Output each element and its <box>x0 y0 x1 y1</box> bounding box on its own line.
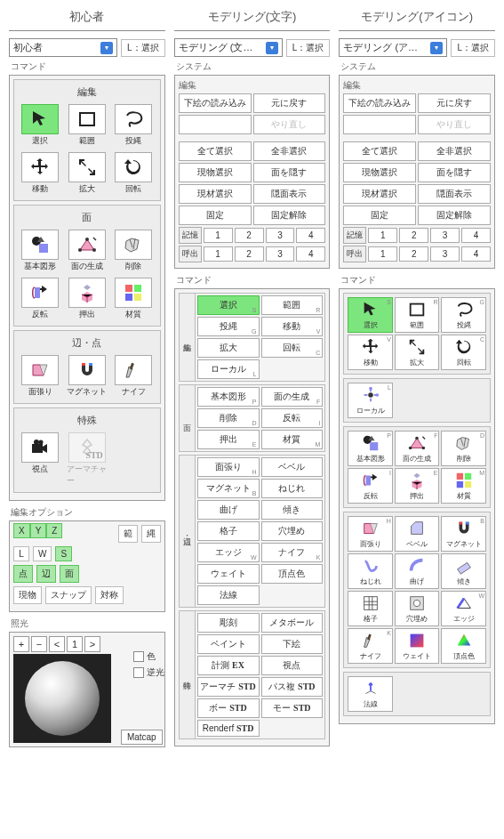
tool-material[interactable]: 材質 <box>111 276 156 322</box>
cmd-下絵[interactable]: 下絵 <box>261 634 324 654</box>
tool-primitive[interactable]: 基本図形 <box>18 228 63 274</box>
tool-scale[interactable]: 拡大 <box>395 335 440 370</box>
tool-stretch[interactable]: 面張りH <box>348 516 393 552</box>
show-hidden-button[interactable]: 隠面表示 <box>418 184 491 204</box>
tool-weight[interactable]: ウェイト <box>395 628 440 664</box>
tool-extrude[interactable]: 押出E <box>395 468 440 504</box>
tool-local[interactable]: ローカルL <box>348 383 393 418</box>
rope-chip[interactable]: 縄 <box>141 525 161 543</box>
unfix-button[interactable]: 固定解除 <box>253 206 326 225</box>
tool-fill[interactable]: 穴埋め <box>395 591 440 626</box>
cmd-ローカル[interactable]: ローカルL <box>197 359 260 379</box>
show-hidden-button[interactable]: 隠面表示 <box>253 184 326 204</box>
select-visible-button[interactable]: 現物選択 <box>179 163 252 182</box>
cmd-ペイント[interactable]: ペイント <box>197 634 260 654</box>
tool-bend[interactable]: 曲げ <box>395 553 440 589</box>
tool-knife[interactable]: ナイフ <box>111 353 156 399</box>
tool-move[interactable]: 移動V <box>348 335 393 370</box>
tool-lattice[interactable]: 格子 <box>348 591 393 626</box>
slot-1[interactable]: 1 <box>368 246 397 262</box>
tool-vcolor[interactable]: 頂点色 <box>441 628 486 664</box>
cmd-視点[interactable]: 視点 <box>261 656 324 675</box>
cmd-パス複[interactable]: パス複 STD <box>261 677 324 697</box>
selection-mode-pill[interactable]: L：選択 <box>451 39 495 57</box>
cmd-選択[interactable]: 選択S <box>197 295 260 315</box>
hide-face-button[interactable]: 面を隠す <box>253 163 326 182</box>
pef-辺[interactable]: 辺 <box>36 565 56 583</box>
current-chip[interactable]: 現物 <box>13 586 42 604</box>
cmd-法線[interactable]: 法線 <box>197 585 260 605</box>
slot-1[interactable]: 1 <box>204 246 233 262</box>
snap-chip[interactable]: スナップ <box>45 586 92 604</box>
cmd-拡大[interactable]: 拡大 <box>197 338 260 358</box>
tool-select[interactable]: 選択 <box>18 102 63 149</box>
axis-Y[interactable]: Y <box>30 523 47 538</box>
cmd-傾き[interactable]: 傾き <box>261 500 324 520</box>
mode-dropdown[interactable]: モデリング (文… ▾ <box>174 38 283 57</box>
cmd-回転[interactable]: 回転C <box>261 338 324 358</box>
cmd-彫刻[interactable]: 彫刻 <box>197 613 260 633</box>
cmd-ウェイト[interactable]: ウェイト <box>197 564 260 584</box>
tool-magnet[interactable]: マグネット <box>65 353 110 399</box>
matcap-ctrl[interactable]: 1 <box>67 636 83 652</box>
mode-dropdown[interactable]: モデリング (ア… ▾ <box>339 38 447 57</box>
pef-点[interactable]: 点 <box>13 565 33 583</box>
tool-flip[interactable]: 反転 <box>18 276 63 322</box>
tool-magnet[interactable]: マグネットB <box>441 516 486 552</box>
undo-button[interactable]: 元に戻す <box>418 93 491 113</box>
slot-4[interactable]: 4 <box>296 246 325 262</box>
tool-mkface[interactable]: 面の生成 <box>65 228 110 274</box>
deselect-all-button[interactable]: 全非選択 <box>253 141 326 161</box>
selection-mode-pill[interactable]: L：選択 <box>286 39 331 57</box>
tool-primitive[interactable]: 基本図形P <box>348 431 393 466</box>
tool-lasso[interactable]: 投縄G <box>441 297 486 333</box>
cmd-メタボール[interactable]: メタボール <box>261 613 324 633</box>
cmd-ナイフ[interactable]: ナイフK <box>261 543 324 562</box>
lws-S[interactable]: S <box>55 546 72 561</box>
slot-4[interactable]: 4 <box>461 228 491 243</box>
axis-Z[interactable]: Z <box>46 523 62 538</box>
cmd-面張り[interactable]: 面張りH <box>197 457 260 477</box>
matcap-ctrl[interactable]: < <box>49 636 65 652</box>
cmd-投縄[interactable]: 投縄G <box>197 317 260 336</box>
cmd-押出[interactable]: 押出E <box>197 430 260 449</box>
cmd-穴埋め[interactable]: 穴埋め <box>261 521 324 541</box>
cmd-範囲[interactable]: 範囲R <box>261 295 324 315</box>
redo-button[interactable]: やり直し <box>418 115 491 134</box>
tool-delete[interactable]: 削除 <box>111 228 156 274</box>
slot-1[interactable]: 1 <box>204 228 233 243</box>
tool-twist[interactable]: ねじれ <box>348 553 393 589</box>
tool-delete[interactable]: 削除D <box>441 431 486 466</box>
slot-2[interactable]: 2 <box>399 228 428 243</box>
matcap-button[interactable]: Matcap <box>121 730 163 745</box>
cmd-曲げ[interactable]: 曲げ <box>197 500 260 520</box>
load-sketch-button[interactable]: 下絵の読み込み <box>179 93 252 113</box>
tool-edge[interactable]: エッジW <box>441 591 486 626</box>
slot-3[interactable]: 3 <box>266 228 295 243</box>
tool-lasso[interactable]: 投縄 <box>111 102 156 149</box>
tool-move[interactable]: 移動 <box>18 150 63 197</box>
cmd-Renderf[interactable]: Renderf STD <box>197 720 260 737</box>
unfix-button[interactable]: 固定解除 <box>418 206 491 225</box>
select-all-button[interactable]: 全て選択 <box>343 141 416 161</box>
cmd-アーマチ[interactable]: アーマチ STD <box>197 677 260 697</box>
tool-rotate[interactable]: 回転 <box>111 150 156 197</box>
cmd-ねじれ[interactable]: ねじれ <box>261 479 324 498</box>
select-material-button[interactable]: 現材選択 <box>179 184 252 204</box>
slot-2[interactable]: 2 <box>235 246 264 262</box>
tool-normal[interactable]: 法線 <box>348 676 393 712</box>
deselect-all-button[interactable]: 全非選択 <box>418 141 491 161</box>
tool-flip[interactable]: 反転I <box>348 468 393 504</box>
cmd-材質[interactable]: 材質M <box>261 430 324 449</box>
tool-scale[interactable]: 拡大 <box>65 150 110 197</box>
fix-button[interactable]: 固定 <box>179 206 252 225</box>
tool-range[interactable]: 範囲 <box>65 102 110 149</box>
tool-extrude[interactable]: 押出 <box>65 276 110 322</box>
lws-L[interactable]: L <box>13 546 29 561</box>
selection-mode-pill[interactable]: L：選択 <box>121 39 165 57</box>
cmd-面の生成[interactable]: 面の生成F <box>261 387 324 407</box>
cmd-頂点色[interactable]: 頂点色 <box>261 564 324 584</box>
load-sketch-button[interactable]: 下絵の読み込み <box>343 93 416 113</box>
range-chip[interactable]: 範 <box>118 525 138 543</box>
slot-3[interactable]: 3 <box>430 246 460 262</box>
